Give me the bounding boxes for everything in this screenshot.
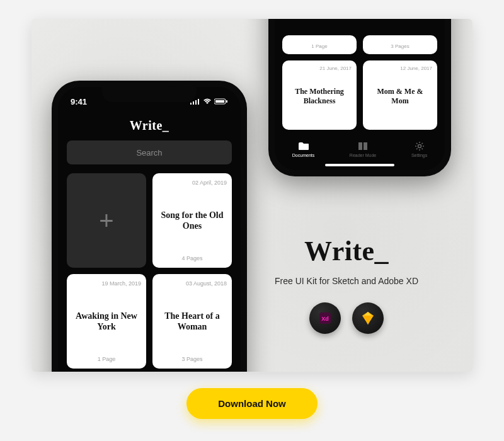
document-date: 21 June, 2017	[287, 66, 352, 71]
adobe-xd-icon: Xd	[318, 311, 333, 326]
svg-rect-5	[215, 100, 224, 103]
home-indicator	[325, 164, 394, 166]
phone-notch	[102, 87, 197, 102]
wifi-icon	[203, 97, 212, 106]
documents-grid: 1 Page 3 Pages 21 June, 2017 The Motheri…	[275, 35, 445, 130]
search-placeholder: Search	[136, 148, 162, 158]
document-card[interactable]: 12 June, 2017 Mom & Me & Mom	[363, 60, 437, 130]
document-card[interactable]: 3 Pages	[363, 35, 437, 54]
svg-text:Xd: Xd	[321, 316, 329, 322]
document-title: Mom & Me & Mom	[368, 87, 432, 106]
svg-rect-3	[198, 99, 199, 105]
document-title: The Mothering Blackness	[287, 87, 352, 106]
document-title: The Heart of a Woman	[158, 311, 227, 333]
tab-settings[interactable]: Settings	[411, 141, 427, 158]
document-pages: 3 Pages	[368, 43, 432, 49]
svg-rect-7	[358, 142, 362, 150]
svg-rect-2	[195, 100, 197, 105]
tab-reader-mode[interactable]: Reader Mode	[350, 141, 376, 158]
app-title: Write_	[58, 118, 241, 133]
download-button[interactable]: Download Now	[186, 388, 318, 419]
document-card[interactable]: 21 June, 2017 The Mothering Blackness	[282, 60, 357, 130]
promo-title: Write_	[258, 235, 435, 267]
document-card[interactable]: 02 April, 2019 Song for the Old Ones 4 P…	[152, 173, 232, 268]
document-card[interactable]: 03 August, 2018 The Heart of a Woman 3 P…	[152, 274, 232, 369]
svg-rect-1	[193, 101, 194, 105]
columns-icon	[357, 141, 369, 151]
document-date: 02 April, 2019	[158, 180, 227, 186]
search-input[interactable]: Search	[67, 140, 232, 164]
new-document-card[interactable]: +	[67, 173, 146, 268]
document-date: 19 March, 2019	[72, 280, 141, 287]
phone-screen: 1 Page 3 Pages 21 June, 2017 The Motheri…	[275, 19, 445, 170]
document-card[interactable]: 1 Page	[282, 35, 357, 54]
document-pages: 1 Page	[72, 356, 141, 362]
sketch-badge[interactable]	[352, 302, 384, 334]
document-pages: 3 Pages	[158, 356, 227, 362]
document-pages: 4 Pages	[158, 255, 227, 261]
svg-rect-8	[364, 142, 367, 150]
tab-label: Reader Mode	[350, 153, 376, 158]
gear-icon	[414, 141, 425, 151]
promo-block: Write_ Free UI Kit for Sketch and Adobe …	[258, 235, 435, 334]
document-date: 12 June, 2017	[368, 66, 432, 71]
tab-label: Documents	[292, 153, 314, 158]
phone-screen: 9:41 Write_ Search	[58, 87, 241, 372]
battery-icon	[214, 97, 228, 106]
svg-rect-6	[226, 100, 227, 103]
document-title: Awaking in New York	[72, 311, 141, 333]
download-label: Download Now	[218, 398, 286, 409]
document-pages: 1 Page	[287, 43, 352, 49]
phone-mockup-right: 1 Page 3 Pages 21 June, 2017 The Motheri…	[268, 19, 451, 176]
tab-bar: Documents Reader Mode Settings	[275, 136, 445, 160]
svg-point-9	[418, 145, 421, 148]
phone-mockup-left: 9:41 Write_ Search	[52, 81, 247, 372]
sketch-icon	[360, 311, 375, 325]
tab-label: Settings	[411, 153, 427, 158]
hero-image: 9:41 Write_ Search	[32, 19, 472, 372]
folder-icon	[298, 141, 309, 151]
document-date: 03 August, 2018	[158, 280, 227, 287]
promo-subtitle: Free UI Kit for Sketch and Adobe XD	[258, 276, 435, 286]
adobe-xd-badge[interactable]: Xd	[309, 302, 341, 334]
app-badges: Xd	[258, 302, 435, 334]
plus-icon: +	[99, 207, 113, 235]
status-time: 9:41	[71, 97, 87, 106]
document-title: Song for the Old Ones	[158, 210, 227, 232]
document-card[interactable]: 19 March, 2019 Awaking in New York 1 Pag…	[67, 274, 146, 369]
documents-grid: + 02 April, 2019 Song for the Old Ones 4…	[58, 173, 241, 372]
tab-documents[interactable]: Documents	[292, 141, 314, 158]
status-icons	[190, 97, 228, 106]
svg-rect-0	[190, 103, 192, 105]
